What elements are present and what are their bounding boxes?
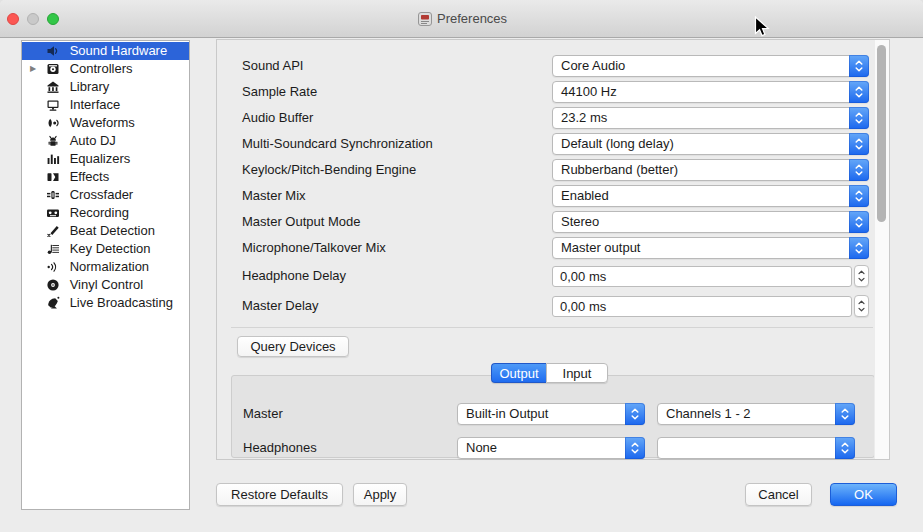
sidebar-item-library[interactable]: Library (22, 78, 189, 96)
apply-button[interactable]: Apply (353, 483, 407, 506)
sidebar-item-label: Beat Detection (66, 222, 155, 240)
section-divider (231, 327, 873, 328)
scrollbar-thumb[interactable] (877, 45, 886, 222)
field-label: Sample Rate (242, 81, 317, 103)
cancel-button[interactable]: Cancel (745, 483, 812, 506)
dropdown-stepper-icon (849, 237, 869, 259)
field-label: Keylock/Pitch-Bending Engine (242, 159, 416, 181)
form-row-multi-soundcard-sync: Multi-Soundcard Synchronization Default … (217, 133, 889, 155)
sidebar-item-label: Auto DJ (66, 132, 116, 150)
dropdown-stepper-icon (849, 185, 869, 207)
sidebar-item-normalization[interactable]: Normalization (22, 258, 189, 276)
tape-icon (46, 204, 62, 220)
tab-input[interactable]: Input (546, 363, 608, 383)
app-icon (418, 12, 432, 29)
form-row-master-mix: Master Mix Enabled (217, 185, 889, 207)
field-label: Audio Buffer (242, 107, 313, 129)
sidebar-item-interface[interactable]: Interface (22, 96, 189, 114)
sidebar-item-label: Vinyl Control (66, 276, 143, 294)
ok-button[interactable]: OK (830, 483, 897, 506)
sidebar-item-label: Effects (66, 168, 110, 186)
field-label: Microphone/Talkover Mix (242, 237, 386, 259)
headphones-device-row: Headphones None (232, 437, 874, 459)
sidebar-item-label: Sound Hardware (66, 42, 168, 60)
form-row-headphone-delay: Headphone Delay 0,00 ms (217, 265, 889, 287)
disclosure-triangle-icon[interactable]: ▶ (30, 60, 36, 78)
sidebar-item-controllers[interactable]: ▶ Controllers (22, 60, 189, 78)
device-routing-groupbox: Master Built-in Output Channels 1 - 2 He… (231, 375, 875, 458)
sidebar-item-sound-hardware[interactable]: Sound Hardware (22, 42, 189, 60)
audio-buffer-dropdown[interactable]: 23.2 ms (552, 107, 869, 129)
titlebar[interactable]: Preferences (0, 0, 923, 38)
headphones-device-dropdown[interactable]: None (457, 437, 645, 459)
dropdown-stepper-icon (849, 133, 869, 155)
device-row-label: Headphones (243, 437, 317, 459)
satellite-dish-icon (46, 294, 62, 310)
master-channels-dropdown[interactable]: Channels 1 - 2 (657, 403, 855, 425)
dropdown-stepper-icon (849, 159, 869, 181)
sidebar-item-effects[interactable]: Effects (22, 168, 189, 186)
dropdown-stepper-icon (835, 437, 855, 459)
sound-api-dropdown[interactable]: Core Audio (552, 55, 869, 77)
window-title: Preferences (437, 0, 507, 38)
master-delay-stepper[interactable] (854, 295, 869, 317)
field-label: Master Mix (242, 185, 306, 207)
minimize-window-button[interactable] (27, 13, 39, 25)
dropdown-stepper-icon (625, 403, 645, 425)
category-list: Sound Hardware ▶ Controllers Library Int… (22, 41, 189, 312)
robot-icon (46, 132, 62, 148)
master-delay-input[interactable]: 0,00 ms (552, 296, 852, 317)
multi-soundcard-sync-dropdown[interactable]: Default (long delay) (552, 133, 869, 155)
sidebar-item-label: Equalizers (66, 150, 131, 168)
sidebar-item-equalizers[interactable]: Equalizers (22, 150, 189, 168)
restore-defaults-button[interactable]: Restore Defaults (216, 483, 343, 506)
sidebar-item-label: Waveforms (66, 114, 135, 132)
sidebar-item-beat-detection[interactable]: Beat Detection (22, 222, 189, 240)
vinyl-record-icon (46, 276, 62, 292)
master-mix-dropdown[interactable]: Enabled (552, 185, 869, 207)
dropdown-stepper-icon (835, 403, 855, 425)
keylock-engine-dropdown[interactable]: Rubberband (better) (552, 159, 869, 181)
sidebar-item-crossfader[interactable]: Crossfader (22, 186, 189, 204)
sidebar-item-key-detection[interactable]: Key Detection (22, 240, 189, 258)
close-window-button[interactable] (7, 13, 19, 25)
controller-icon (46, 60, 62, 76)
sidebar-item-vinyl-control[interactable]: Vinyl Control (22, 276, 189, 294)
sidebar-item-label: Interface (66, 96, 121, 114)
field-label: Headphone Delay (242, 265, 346, 287)
dropdown-stepper-icon (849, 211, 869, 233)
field-label: Master Output Mode (242, 211, 361, 233)
field-label: Master Delay (242, 295, 319, 317)
field-label: Multi-Soundcard Synchronization (242, 133, 433, 155)
dropdown-stepper-icon (625, 437, 645, 459)
sidebar-item-label: Recording (66, 204, 129, 222)
sidebar-item-recording[interactable]: Recording (22, 204, 189, 222)
vertical-scrollbar[interactable] (874, 40, 889, 459)
headphone-delay-input[interactable]: 0,00 ms (552, 266, 852, 287)
master-device-dropdown[interactable]: Built-in Output (457, 403, 645, 425)
sidebar-item-waveforms[interactable]: Waveforms (22, 114, 189, 132)
sound-hardware-pane: Sound API Core Audio Sample Rate 44100 H… (216, 39, 890, 460)
output-input-tabs: Output Input (491, 363, 608, 383)
dropdown-stepper-icon (849, 81, 869, 103)
form-row-master-delay: Master Delay 0,00 ms (217, 295, 889, 317)
crossfader-icon (46, 186, 62, 202)
form-row-keylock-engine: Keylock/Pitch-Bending Engine Rubberband … (217, 159, 889, 181)
form-row-sound-api: Sound API Core Audio (217, 55, 889, 77)
query-devices-button[interactable]: Query Devices (237, 336, 349, 357)
pen-icon (46, 222, 62, 238)
sidebar-item-live-broadcasting[interactable]: Live Broadcasting (22, 294, 189, 312)
master-output-mode-dropdown[interactable]: Stereo (552, 211, 869, 233)
form-row-audio-buffer: Audio Buffer 23.2 ms (217, 107, 889, 129)
sound-waves-icon (46, 258, 62, 274)
headphones-channels-dropdown[interactable] (657, 437, 855, 459)
zoom-window-button[interactable] (47, 13, 59, 25)
music-note-icon (46, 240, 62, 256)
dropdown-stepper-icon (849, 55, 869, 77)
tab-output[interactable]: Output (491, 363, 546, 383)
microphone-talkover-dropdown[interactable]: Master output (552, 237, 869, 259)
headphone-delay-stepper[interactable] (854, 265, 869, 287)
form-row-sample-rate: Sample Rate 44100 Hz (217, 81, 889, 103)
sidebar-item-auto-dj[interactable]: Auto DJ (22, 132, 189, 150)
sample-rate-dropdown[interactable]: 44100 Hz (552, 81, 869, 103)
